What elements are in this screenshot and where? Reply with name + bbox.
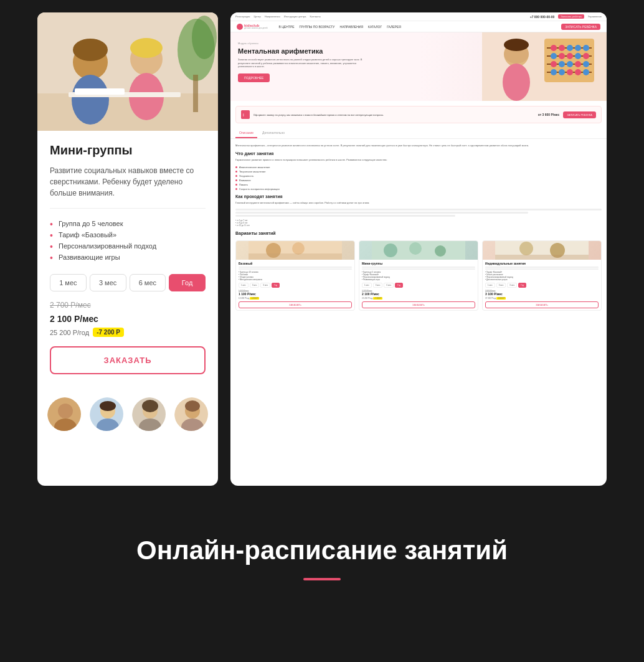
bottom-section: Онлайн-расписание занятий (0, 498, 644, 605)
variant-order-individual[interactable]: ЗАКАЗАТЬ (485, 301, 599, 308)
period-3-month[interactable]: 3 мес (90, 274, 126, 291)
svg-point-3 (72, 75, 109, 125)
vp-6m[interactable]: 6 мес (260, 283, 270, 288)
vp-6m[interactable]: 6 мес (507, 283, 517, 288)
logo-icon (237, 24, 243, 30)
topbar-link-center: Центр (253, 15, 260, 18)
mockup-hero-text: Занятия способствуют развитию интеллекта… (238, 58, 362, 69)
vp-1m[interactable]: 1 мес (239, 283, 249, 288)
variant-order-mini[interactable]: ЗАКАЗАТЬ (362, 301, 475, 308)
mockup-topbar: Регистрация Центр Направления Инструкции… (230, 12, 607, 21)
feature-list: Группа до 5 человек Тариф «Базовый» Перс… (50, 218, 206, 263)
topbar-link-instructions: Инструкции центра (284, 15, 306, 18)
svg-rect-71 (495, 255, 589, 260)
svg-point-69 (519, 242, 533, 255)
variants-section-title: Варианты занятий (230, 229, 607, 237)
bullet-icon (235, 166, 237, 168)
variant-title-mini: Мини-группы (362, 262, 475, 265)
left-card: Мини-группы Развитие социальных навыков … (37, 12, 218, 486)
topbar-link-reg: Регистрация (235, 15, 250, 18)
topbar-enroll-btn[interactable]: Записать ребёнка (558, 14, 584, 19)
mockup-tabs: Описание Дополнительно (230, 128, 607, 139)
vp-3m[interactable]: 3 мес (250, 283, 260, 288)
vp-3m[interactable]: 3 мес (373, 283, 383, 288)
variant-img-basic (236, 241, 354, 260)
variant-discount-individual: -9 600 Р (496, 297, 506, 300)
variant-title-basic: Базовый (239, 262, 352, 265)
variant-img-mini (359, 241, 478, 260)
nav-enroll-btn[interactable]: ЗАПИСАТЬ РЕБЁНКА (561, 24, 600, 30)
bottom-divider (303, 578, 341, 580)
nav-link-catalog[interactable]: КАТАЛОГ (368, 25, 382, 29)
vp-3m[interactable]: 3 мес (496, 283, 506, 288)
svg-point-66 (409, 242, 422, 255)
topbar-links: Регистрация Центр Направления Инструкции… (235, 15, 321, 18)
section-how-title: Как проходят занятия (235, 194, 602, 199)
variant-card-mini: Мини-группы • Группа до 5 человек • Тари… (359, 240, 478, 311)
bullet-patience: Усидчивость (235, 174, 602, 177)
nav-link-directions[interactable]: НАПРАВЛЕНИЯ (340, 25, 364, 29)
period-year[interactable]: Год (169, 274, 206, 291)
section-what-title: Что дают занятия (235, 151, 602, 156)
desc-line (362, 268, 475, 270)
bullet-analytic: Аналитическое мышление (235, 166, 602, 169)
cta-btn[interactable]: ЗАПИСАТЬ РЕБЕНКА (563, 111, 596, 118)
text-line (235, 212, 528, 214)
variant-period-basic: 1 мес 3 мес 6 мес Год (239, 283, 352, 288)
avatar-row (37, 387, 218, 438)
site-mockup: Регистрация Центр Направления Инструкции… (230, 12, 607, 486)
logo-subtitle: детские занятия для детей (244, 27, 267, 29)
vp-6m[interactable]: 6 мес (384, 283, 394, 288)
desc-line (485, 268, 599, 270)
mockup-hero-btn[interactable]: ПОДРОБНЕЕ (238, 73, 270, 82)
discount-badge: -7 200 Р (93, 328, 124, 337)
variant-price-individual: 3 100 Р/мес (485, 292, 599, 296)
period-selector: 1 мес 3 мес 6 мес Год (50, 274, 206, 291)
vp-1m[interactable]: 1 мес (362, 283, 372, 288)
nav-link-gallery[interactable]: ГАЛЕРЕЯ (387, 25, 401, 29)
card-title: Мини-группы (50, 143, 206, 158)
bullet-icon (235, 184, 237, 186)
vp-year[interactable]: Год (395, 283, 403, 288)
variant-discount-mini: -7 200 Р (373, 297, 382, 300)
section-what-intro: Гармоничное развитие правого и левого по… (235, 158, 602, 162)
card-description: Развитие социальных навыков вместе со св… (50, 165, 206, 209)
svg-rect-1 (37, 93, 218, 131)
bullet-attention: Внимание (235, 179, 602, 182)
topbar-account[interactable]: Управление (588, 15, 602, 18)
variant-order-basic[interactable]: ЗАКАЗАТЬ (239, 301, 352, 308)
vp-year[interactable]: Год (272, 283, 280, 288)
bullet-icon (235, 171, 237, 173)
tab-additional[interactable]: Дополнительно (258, 128, 288, 138)
svg-point-7 (130, 38, 163, 58)
desc-line (485, 267, 599, 268)
bullet-creative: Творческое мышление (235, 170, 602, 173)
tab-description[interactable]: Описание (235, 128, 257, 138)
variant-price-mini: 2 100 Р/мес (362, 292, 475, 296)
variant-period-mini: 1 мес 3 мес 6 мес Год (362, 283, 475, 288)
svg-rect-63 (249, 253, 342, 260)
topbar-link-contacts: Контакты (310, 15, 320, 18)
vp-year[interactable]: Год (518, 283, 526, 288)
variant-content-mini: Мини-группы • Группа до 5 человек • Тари… (359, 260, 478, 310)
avatar-4 (173, 396, 209, 432)
nav-link-center[interactable]: В ЦЕНТРЕ (278, 25, 294, 29)
bullet-icon (235, 188, 237, 190)
order-button[interactable]: ЗАКАЗАТЬ (50, 346, 206, 374)
period-1-month[interactable]: 1 мес (50, 274, 87, 291)
yearly-price: 25 200 Р/год (50, 329, 89, 336)
mockup-breadcrumb: Модуль обучения (238, 42, 599, 45)
text-line (235, 209, 602, 210)
variant-card-basic: Базовый • Группа до 10 человек • Учебник… (235, 240, 355, 311)
feature-item: Тариф «Базовый» (50, 229, 206, 240)
variant-content-basic: Базовый • Группа до 10 человек • Учебник… (236, 260, 354, 310)
vp-1m[interactable]: 1 мес (485, 283, 495, 288)
variant-content-individual: Индивидуальные занятия • Тариф «Базовый»… (483, 260, 601, 310)
svg-point-65 (384, 244, 397, 257)
svg-rect-12 (193, 75, 198, 112)
period-6-month[interactable]: 6 мес (130, 274, 166, 291)
mockup-hero-content: Модуль обучения Ментальная арифметика За… (238, 42, 599, 92)
nav-link-age[interactable]: ГРУППЫ ПО ВОЗРАСТУ (300, 25, 335, 29)
new-price: 2 100 Р/мес (50, 310, 206, 326)
bullet-icon (235, 175, 237, 177)
